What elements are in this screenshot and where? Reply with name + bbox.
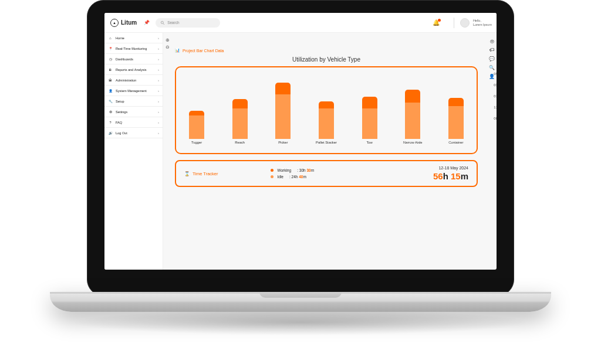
sidebar-item-label: Dashboards [116,57,133,61]
chart-icon: 📊 [175,48,180,53]
notifications-icon[interactable]: 🔔 [433,19,440,26]
x-label: Tugger [185,141,208,144]
brand-logo[interactable]: Litum [110,19,137,27]
sidebar-item-reports-and-analysis[interactable]: 🗎Reports and Analysis› [104,64,163,75]
user-name: Lorem Ipsum [473,23,492,26]
topbar: Litum 📌 Search 🔔 Hello, Lorem Ipsum [104,13,497,33]
chart-y-labels: 05.00 PM03.00 PM01.00 PM11.00 Am08:00 AM [494,72,497,120]
bar-tow[interactable] [359,97,381,139]
chevron-right-icon: › [158,110,159,114]
legend-working-dot [271,169,274,172]
hourglass-icon: ⌛ [184,171,190,176]
time-tracker-card: ⌛ Time Tracker Working : 30h 30m Idle : … [175,160,478,187]
svg-point-0 [161,21,164,23]
bar-container[interactable] [445,98,467,139]
time-tracker-legend: Working : 30h 30m Idle : 24h 40m [218,168,433,179]
chart-title: Utilization by Vehicle Type [175,56,478,63]
time-range: 12-18 May 2024 [433,166,468,170]
legend-idle: Idle : 24h 40m [271,175,433,179]
zoom-out-icon[interactable]: ⊖ [166,45,170,50]
user-text: Hello, Lorem Ipsum [473,19,492,26]
device-shadow [70,309,531,335]
sidebar-item-label: Reports and Analysis [116,68,147,72]
zoom-tools: ⊕ ⊖ [166,38,170,50]
legend-working-value: : 30h 30m [297,168,314,172]
chevron-right-icon: › [158,131,159,135]
time-tracker-title: ⌛ Time Tracker [184,171,218,176]
user-menu[interactable]: Hello, Lorem Ipsum [460,18,492,28]
sidebar-icon: 📍 [108,47,113,50]
y-label: 05.00 PM [494,72,497,76]
sidebar-icon: 🔊 [108,131,113,135]
sidebar-item-settings[interactable]: ⚙Settings› [104,107,163,117]
sidebar-item-administration[interactable]: 🏛Administration› [104,75,163,86]
card-header-text: Project Bar Chart Data [183,49,224,53]
chart-card: TuggerReachPickerPallet StackerTowNarrow… [175,66,478,154]
brand-name: Litum [121,19,137,26]
laptop-notch [259,292,342,298]
sidebar-item-label: Administration [116,79,136,82]
chevron-right-icon: › [158,121,159,124]
x-label: Pallet Stacker [315,141,337,144]
sidebar-item-label: FAQ [116,121,122,124]
target-icon[interactable]: ◎ [490,39,494,44]
bar-pallet-stacker[interactable] [315,101,337,139]
sidebar-item-label: Home [116,36,124,40]
chevron-right-icon: › [158,57,159,61]
sidebar-icon: 🔧 [108,100,113,103]
sidebar-item-label: Setup [116,100,124,103]
sidebar-icon: ? [108,121,113,124]
sidebar-item-setup[interactable]: 🔧Setup› [104,96,163,107]
sidebar-item-real-time-monitoring[interactable]: 📍Real-Time Monitoring› [104,43,163,54]
sidebar-item-home[interactable]: ⌂Home› [104,33,163,43]
chart-area [182,73,471,139]
search-rail-icon[interactable]: 🔍 [489,65,495,70]
time-total: 56h 15m [433,171,468,181]
legend-idle-dot [271,175,274,178]
search-icon [160,21,165,25]
laptop-base [50,292,551,312]
y-label: 01.00 PM [494,94,497,98]
x-label: Narrow Aisle [401,141,424,144]
sidebar-item-label: Real-Time Monitoring [116,47,147,50]
legend-idle-value: : 24h 40m [289,175,306,179]
sidebar-icon: 🏛 [108,79,113,82]
sidebar-item-system-management[interactable]: 👤System Management› [104,86,163,96]
pin-icon[interactable]: 📌 [144,20,150,25]
sidebar-item-log-out[interactable]: 🔊Log Out› [104,128,163,138]
sidebar-item-faq[interactable]: ?FAQ› [104,117,163,128]
x-label: Picker [272,141,294,144]
y-label: 08:00 AM [494,117,497,120]
chart-x-labels: TuggerReachPickerPallet StackerTowNarrow… [182,139,471,144]
bar-narrow-aisle[interactable] [401,90,424,139]
tag-icon[interactable]: 🏷 [489,47,494,53]
sidebar-icon: 🗎 [108,68,113,72]
sidebar-item-label: Log Out [116,131,127,135]
zoom-in-icon[interactable]: ⊕ [166,38,170,43]
search-input[interactable]: Search [156,18,220,28]
card-header: 📊 Project Bar Chart Data [175,48,478,53]
chevron-right-icon: › [158,68,159,72]
bar-tugger[interactable] [185,111,208,139]
x-label: Reach [229,141,251,144]
bar-reach[interactable] [229,99,251,139]
sidebar-icon: ⌂ [108,36,113,40]
legend-working-label: Working [277,168,291,172]
sidebar-item-label: Settings [116,110,127,114]
sidebar-item-dashboards[interactable]: ◷Dashboards› [104,54,163,64]
legend-working: Working : 30h 30m [271,168,433,172]
app-screen: Litum 📌 Search 🔔 Hello, Lorem Ipsum ⌂Hom… [104,13,497,270]
chevron-right-icon: › [158,36,159,40]
chevron-right-icon: › [158,79,159,82]
y-label: 11.00 Am [494,106,497,109]
legend-idle-label: Idle [277,175,283,179]
chat-icon[interactable]: 💬 [489,56,495,62]
notification-dot [438,19,441,22]
x-label: Tow [359,141,381,144]
chevron-right-icon: › [158,89,159,93]
divider [454,18,454,28]
avatar [460,18,470,28]
bar-picker[interactable] [272,83,294,139]
x-label: Container [445,141,467,144]
sidebar: ⌂Home›📍Real-Time Monitoring›◷Dashboards›… [104,33,163,270]
